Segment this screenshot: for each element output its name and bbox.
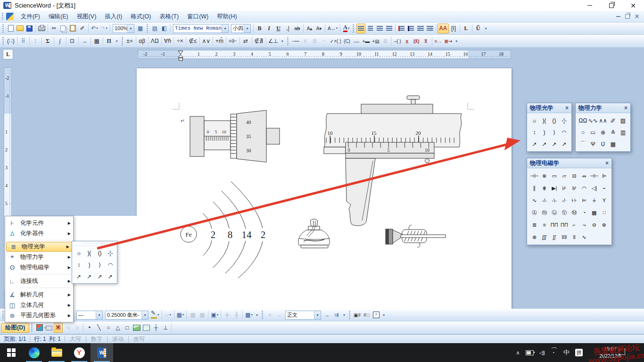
close-button[interactable]: ✕ xyxy=(622,0,644,11)
page-properties-button[interactable]: ▣▾ xyxy=(210,310,219,320)
grid-plate-icon[interactable]: ▩ xyxy=(589,206,599,219)
micrometer-drawing[interactable]: 0 5 10 40 35 30 xyxy=(190,110,280,162)
menu-3[interactable]: 插入(I) xyxy=(100,11,126,22)
restore-button[interactable] xyxy=(601,0,622,11)
ruled-lines-button[interactable]: ≣ xyxy=(310,36,319,46)
dot-grid-button[interactable]: ⠿ xyxy=(19,36,28,46)
doc-restore-icon[interactable] xyxy=(625,14,630,19)
cut-button[interactable]: ✂ xyxy=(50,24,58,33)
menu-item-physics-mechanics[interactable]: ⌖物理力学▶ xyxy=(5,252,73,262)
dots-column-button[interactable]: ∶ xyxy=(31,36,40,46)
merge-cells-button[interactable]: ╪ xyxy=(223,310,231,320)
insert-table-button[interactable]: ▦ xyxy=(136,24,145,33)
start-button[interactable] xyxy=(0,343,23,362)
stroke-width-combo[interactable]: 0.25000 毫米-▾ xyxy=(105,311,149,320)
paragraph-style-combo[interactable]: 正文▾ xyxy=(285,311,321,320)
align-right-button[interactable] xyxy=(375,24,384,33)
redo-button[interactable]: ↷▾ xyxy=(99,24,108,33)
menu-5[interactable]: 表格(T) xyxy=(155,11,183,22)
font-color-button[interactable]: A▾ xyxy=(342,24,351,33)
open-button[interactable] xyxy=(16,24,25,33)
draw-point-button[interactable]: • xyxy=(85,323,94,333)
table-shade-1-button[interactable]: ▦ xyxy=(188,310,197,320)
inductor-core-icon[interactable]: ≡ xyxy=(539,219,549,231)
tray-expand-icon[interactable]: ∧ xyxy=(516,350,520,356)
print-layout-button[interactable]: ▤ xyxy=(150,24,159,33)
menu-item-solid-geometry[interactable]: ◫立体几何▶ xyxy=(5,300,73,310)
check-cross-parens-button[interactable]: ✓×( ) xyxy=(329,36,342,46)
contacts-icon[interactable]: ⊦⊦ xyxy=(570,194,579,206)
light-ray-3-icon[interactable]: ↗ xyxy=(549,138,559,150)
status-overtype-toggle[interactable]: 改写 xyxy=(133,335,145,343)
menu-4[interactable]: 格式(O) xyxy=(126,11,155,22)
toolbar-overflow-icon[interactable] xyxy=(454,36,459,46)
dropdown-arrow-icon[interactable]: ▾ xyxy=(157,313,159,317)
bell-icon[interactable]: ◠ xyxy=(579,182,589,194)
toolbar-grip[interactable] xyxy=(349,311,351,319)
alcohol-lamp-drawing[interactable] xyxy=(298,219,330,248)
light-ray-1-icon[interactable]: ↗ xyxy=(529,138,539,150)
hook-icon[interactable]: Ʋ xyxy=(598,138,608,150)
switch-closed-icon[interactable]: -\- xyxy=(549,194,559,206)
battery-pack-icon[interactable]: ⊫ xyxy=(599,170,609,182)
arrow-right-button[interactable]: → xyxy=(80,36,89,46)
light-source-icon[interactable]: ☼ xyxy=(529,115,539,126)
tuning-fork-icon[interactable]: Ψ xyxy=(588,138,598,150)
taskbar-scienceword[interactable] xyxy=(91,343,113,362)
dropdown-arrow-icon[interactable]: ▾ xyxy=(169,313,171,317)
shrink-font-button[interactable]: A▾ xyxy=(314,24,323,33)
draw-line-button[interactable]: ╲ xyxy=(94,323,103,333)
draw-menu-button[interactable]: 绘图(D) xyxy=(1,323,29,333)
light-ray-1-icon[interactable]: ↗ xyxy=(74,271,84,282)
document-menu-icon[interactable] xyxy=(6,13,14,20)
close-icon[interactable] xyxy=(605,160,609,166)
nav-first-button[interactable]: « xyxy=(265,310,274,320)
breaker-icon[interactable]: ∿ xyxy=(529,194,539,206)
format-painter-button[interactable]: ✐ xyxy=(78,24,87,33)
variable-resistor-icon[interactable]: ▱ xyxy=(559,170,569,182)
wifi-icon[interactable] xyxy=(550,350,558,355)
borders-button[interactable]: ▦▾ xyxy=(176,310,185,320)
hatched-block-icon[interactable]: ▨ xyxy=(618,115,628,126)
convex-mirror-icon[interactable]: ⟩ xyxy=(549,126,559,138)
coil-spring-icon[interactable]: ΩΩ xyxy=(578,115,588,126)
align-left-button[interactable] xyxy=(356,24,365,33)
diode-icon[interactable]: ▶| xyxy=(549,182,559,194)
lasso-select-button[interactable]: ◌ xyxy=(73,323,82,333)
winding-icon[interactable]: ʬʬ xyxy=(559,231,569,243)
page-number-button[interactable]: #⃞ xyxy=(362,310,371,320)
parens-drop-button[interactable]: (x̂) xyxy=(412,36,421,46)
dashed-line-button[interactable]: ┄ xyxy=(320,36,329,46)
plus-bar-button[interactable]: +▬ xyxy=(362,36,371,46)
fuse-icon[interactable]: ⏛ xyxy=(579,170,589,182)
wave-source-icon[interactable]: ◠ xyxy=(559,126,569,138)
insert-textbox-button[interactable] xyxy=(142,323,151,333)
ball-icon[interactable]: ○ xyxy=(578,126,588,138)
spring-icon[interactable]: ∿∿ xyxy=(588,115,598,126)
bracket-right-icon[interactable]: ¬ xyxy=(579,219,589,231)
bracket-left-icon[interactable]: ⌐ xyxy=(570,219,579,231)
toolbar-grip[interactable] xyxy=(2,24,4,33)
taskbar-explorer[interactable] xyxy=(45,343,68,362)
winding-small-icon[interactable]: ʬ xyxy=(570,231,579,243)
matrix-grid-button[interactable]: ▦ xyxy=(92,36,101,46)
page-pair-button[interactable]: ▣# xyxy=(353,310,362,320)
product-button[interactable]: Π xyxy=(105,36,114,46)
divide-times-button[interactable]: ÷× xyxy=(175,36,184,46)
dropdown-arrow-icon[interactable]: ▾ xyxy=(244,25,250,33)
overline-drop-button[interactable]: x̲ xyxy=(403,36,412,46)
toolbar-overflow-icon[interactable] xyxy=(254,310,260,320)
close-icon[interactable] xyxy=(624,105,627,111)
battery-cell-icon[interactable]: ⊣⊢ xyxy=(529,170,539,182)
hanging-weight-icon[interactable]: ≙ xyxy=(608,126,618,138)
doc-minimize-icon[interactable] xyxy=(616,16,620,17)
menu-1[interactable]: 编辑(E) xyxy=(44,11,73,22)
snap-grid-button[interactable]: 米 xyxy=(54,323,63,333)
toolbar-overflow-icon[interactable] xyxy=(114,36,120,46)
date-time-button[interactable] xyxy=(372,310,380,320)
switch-icon[interactable]: ⌁ xyxy=(599,182,609,194)
align-justify-button[interactable] xyxy=(385,24,394,33)
and-or-button[interactable]: ∧∨ xyxy=(201,36,212,46)
numbered-list-button[interactable] xyxy=(397,24,406,33)
menu-item-physics-optics[interactable]: ≣物理光学▶ xyxy=(6,242,72,252)
